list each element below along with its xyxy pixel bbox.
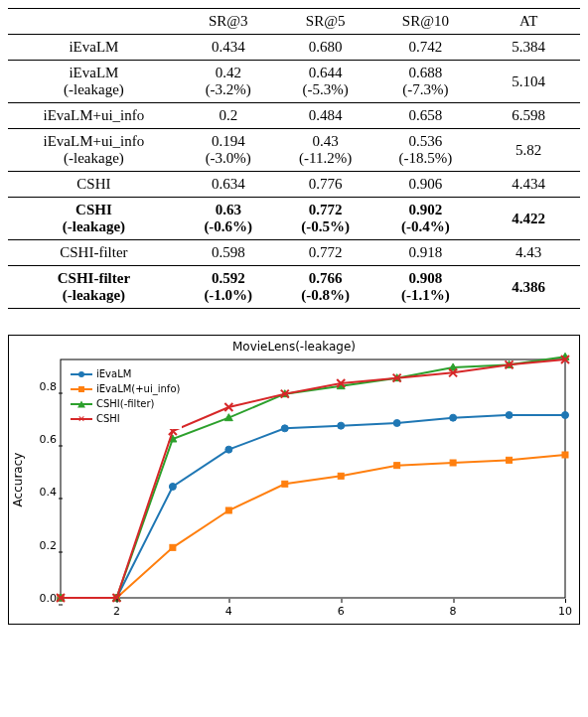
chart-series-marker bbox=[338, 473, 344, 479]
chart-series-marker bbox=[225, 446, 232, 453]
cell-sr5: 0.43(-11.2%) bbox=[277, 129, 374, 172]
cell-sr3: 0.434 bbox=[180, 35, 277, 61]
row-label: iEvaLM+ui_info bbox=[8, 103, 180, 129]
chart-series-marker bbox=[338, 422, 345, 429]
table-row: iEvaLM+ui_info0.20.4840.6586.598 bbox=[8, 103, 580, 129]
chart-series-marker bbox=[394, 463, 400, 469]
chart-series-marker bbox=[450, 414, 457, 421]
cell-sr10: 0.918 bbox=[374, 240, 478, 266]
cell-sr3: 0.63(-0.6%) bbox=[180, 198, 277, 240]
chart-series-marker bbox=[507, 457, 513, 463]
chart-series-marker bbox=[282, 481, 288, 487]
cell-sr10: 0.906 bbox=[374, 172, 478, 198]
chart-xtick: 6 bbox=[338, 605, 345, 618]
row-label: CSHI(-leakage) bbox=[8, 198, 180, 240]
row-label: iEvaLM bbox=[8, 35, 180, 61]
chart-container: MovieLens(-leakage) Accuracy iEvaLMiEvaL… bbox=[8, 335, 580, 625]
row-label: CSHI bbox=[8, 172, 180, 198]
cell-sr10: 0.742 bbox=[374, 35, 478, 61]
cell-sr5: 0.772(-0.5%) bbox=[277, 198, 374, 240]
chart-series-line bbox=[61, 415, 565, 598]
table-row: iEvaLM(-leakage)0.42(-3.2%)0.644(-5.3%)0… bbox=[8, 61, 580, 103]
legend-marker bbox=[71, 399, 92, 409]
chart-plot-area: iEvaLMiEvaLM(+ui_info)CSHI(-filter)✕CSHI… bbox=[61, 359, 565, 598]
legend-marker bbox=[71, 369, 92, 379]
chart-series-marker bbox=[393, 420, 400, 427]
cell-sr10: 0.536(-18.5%) bbox=[374, 129, 478, 172]
chart-xtick: 10 bbox=[558, 605, 572, 618]
results-table: SR@3 SR@5 SR@10 AT iEvaLM0.4340.6800.742… bbox=[8, 8, 580, 309]
legend-label: iEvaLM(+ui_info) bbox=[96, 382, 180, 396]
row-label: iEvaLM(-leakage) bbox=[8, 61, 180, 103]
row-label: CSHI-filter(-leakage) bbox=[8, 266, 180, 309]
table-row: CSHI-filter0.5980.7720.9184.43 bbox=[8, 240, 580, 266]
legend-label: iEvaLM bbox=[96, 367, 131, 381]
cell-sr5: 0.772 bbox=[277, 240, 374, 266]
legend-label: CSHI(-filter) bbox=[96, 397, 154, 411]
table-row: CSHI0.6340.7760.9064.434 bbox=[8, 172, 580, 198]
col-sr3: SR@3 bbox=[180, 9, 277, 35]
legend-item: CSHI(-filter) bbox=[71, 397, 180, 411]
chart-series-marker bbox=[506, 412, 513, 419]
table-row: iEvaLM+ui_info(-leakage)0.194(-3.0%)0.43… bbox=[8, 129, 580, 172]
cell-sr5: 0.776 bbox=[277, 172, 374, 198]
cell-at: 5.104 bbox=[477, 61, 580, 103]
cell-sr3: 0.592(-1.0%) bbox=[180, 266, 277, 309]
cell-at: 5.384 bbox=[477, 35, 580, 61]
chart-legend: iEvaLMiEvaLM(+ui_info)CSHI(-filter)✕CSHI bbox=[69, 365, 182, 429]
cell-sr3: 0.194(-3.0%) bbox=[180, 129, 277, 172]
legend-label: CSHI bbox=[96, 412, 120, 426]
cell-sr10: 0.688(-7.3%) bbox=[374, 61, 478, 103]
chart-ylabel: Accuracy bbox=[11, 453, 25, 507]
chart-series-marker bbox=[281, 425, 288, 432]
col-at: AT bbox=[477, 9, 580, 35]
legend-marker bbox=[71, 384, 92, 394]
col-sr10: SR@10 bbox=[374, 9, 478, 35]
cell-sr5: 0.484 bbox=[277, 103, 374, 129]
cell-sr5: 0.644(-5.3%) bbox=[277, 61, 374, 103]
chart-series-marker bbox=[562, 412, 569, 419]
chart-series-marker bbox=[562, 452, 568, 458]
chart-series-marker bbox=[170, 544, 176, 550]
chart-series-marker bbox=[450, 460, 456, 466]
cell-sr3: 0.42(-3.2%) bbox=[180, 61, 277, 103]
table-header-row: SR@3 SR@5 SR@10 AT bbox=[8, 9, 580, 35]
chart-xtick: 2 bbox=[113, 605, 120, 618]
cell-sr10: 0.902(-0.4%) bbox=[374, 198, 478, 240]
cell-sr5: 0.766(-0.8%) bbox=[277, 266, 374, 309]
chart-ytick: 0.0 bbox=[31, 592, 57, 605]
cell-at: 6.598 bbox=[477, 103, 580, 129]
legend-marker: ✕ bbox=[71, 414, 92, 424]
legend-item: iEvaLM(+ui_info) bbox=[71, 382, 180, 396]
table-row: CSHI-filter(-leakage)0.592(-1.0%)0.766(-… bbox=[8, 266, 580, 309]
chart-ytick: 0.2 bbox=[31, 538, 57, 551]
cell-sr3: 0.598 bbox=[180, 240, 277, 266]
col-sr5: SR@5 bbox=[277, 9, 374, 35]
row-label: iEvaLM+ui_info(-leakage) bbox=[8, 129, 180, 172]
table-row: iEvaLM0.4340.6800.7425.384 bbox=[8, 35, 580, 61]
legend-item: ✕CSHI bbox=[71, 412, 180, 426]
chart-series-marker bbox=[169, 484, 176, 491]
cell-sr3: 0.634 bbox=[180, 172, 277, 198]
chart-xtick: 4 bbox=[225, 605, 232, 618]
table-row: CSHI(-leakage)0.63(-0.6%)0.772(-0.5%)0.9… bbox=[8, 198, 580, 240]
cell-at: 4.386 bbox=[477, 266, 580, 309]
chart-ytick: 0.8 bbox=[31, 379, 57, 392]
col-blank bbox=[8, 9, 180, 35]
row-label: CSHI-filter bbox=[8, 240, 180, 266]
chart-ytick: 0.4 bbox=[31, 486, 57, 499]
cell-at: 5.82 bbox=[477, 129, 580, 172]
cell-at: 4.422 bbox=[477, 198, 580, 240]
chart-title: MovieLens(-leakage) bbox=[232, 340, 356, 354]
chart-series-line bbox=[61, 455, 565, 598]
legend-item: iEvaLM bbox=[71, 367, 180, 381]
chart-series-marker bbox=[225, 507, 231, 513]
chart-xtick: 8 bbox=[450, 605, 457, 618]
cell-sr10: 0.908(-1.1%) bbox=[374, 266, 478, 309]
cell-sr5: 0.680 bbox=[277, 35, 374, 61]
cell-at: 4.43 bbox=[477, 240, 580, 266]
chart-ytick: 0.6 bbox=[31, 433, 57, 446]
cell-sr10: 0.658 bbox=[374, 103, 478, 129]
cell-sr3: 0.2 bbox=[180, 103, 277, 129]
cell-at: 4.434 bbox=[477, 172, 580, 198]
